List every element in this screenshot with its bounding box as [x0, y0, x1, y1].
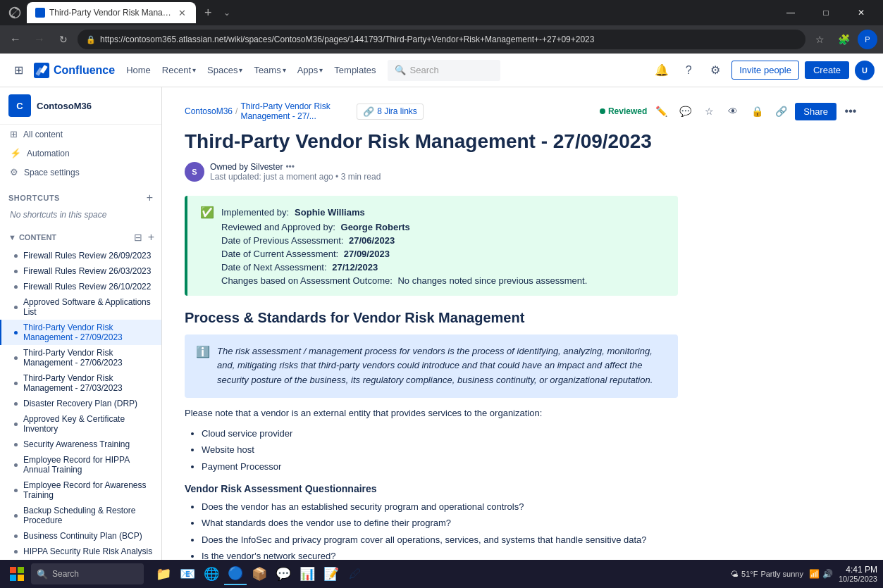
- content-filter-icon[interactable]: ⊟: [132, 230, 144, 244]
- invite-people-button[interactable]: Invite people: [731, 61, 799, 80]
- start-button[interactable]: [6, 563, 28, 585]
- sidebar-page-firewall-1[interactable]: Firewall Rules Review 26/09/2023: [0, 248, 161, 263]
- sidebar-page-firewall-3[interactable]: Firewall Rules Review 26/10/2022: [0, 279, 161, 294]
- next-assessment-row: Date of Next Assessment: 27/12/2023: [200, 262, 665, 273]
- nav-templates[interactable]: Templates: [328, 61, 381, 80]
- user-avatar[interactable]: U: [855, 61, 875, 80]
- nav-recent[interactable]: Recent ▾: [156, 61, 202, 80]
- breadcrumb-space-link[interactable]: ContosoM36: [185, 106, 233, 116]
- help-icon[interactable]: ?: [678, 60, 699, 81]
- tab-close-icon[interactable]: ✕: [177, 6, 187, 20]
- meta-dots[interactable]: •••: [285, 162, 295, 172]
- copy-link-button[interactable]: 🔗: [771, 101, 791, 121]
- svg-rect-2: [18, 567, 24, 573]
- sidebar-all-content[interactable]: ⊞ All content: [0, 125, 161, 144]
- jira-links-button[interactable]: 🔗 8 Jira links: [357, 104, 424, 120]
- sidebar-page-security-training[interactable]: Security Awareness Training: [0, 437, 161, 452]
- taskbar-search-bar[interactable]: 🔍 Search: [31, 563, 144, 584]
- sidebar-page-vendor-june[interactable]: Third-Party Vendor Risk Management - 27/…: [0, 345, 161, 370]
- last-updated: Last updated: just a moment ago • 3 min …: [210, 172, 381, 182]
- sidebar-page-drp[interactable]: Disaster Recovery Plan (DRP): [0, 396, 161, 411]
- nav-apps[interactable]: Apps ▾: [292, 61, 329, 80]
- volume-icon[interactable]: 🔊: [822, 569, 833, 579]
- address-bar[interactable]: 🔒 https://contosom365.atlassian.net/wiki…: [78, 30, 805, 49]
- create-button[interactable]: Create: [805, 61, 849, 79]
- edit-button[interactable]: ✏️: [651, 101, 671, 121]
- confluence-logo[interactable]: Confluence: [34, 63, 115, 78]
- curr-assessment-date: 27/09/2023: [344, 249, 390, 259]
- star-button[interactable]: ☆: [699, 101, 719, 121]
- content-add-icon[interactable]: +: [147, 230, 156, 245]
- sidebar-page-backup[interactable]: Backup Scheduling & Restore Procedure: [0, 503, 161, 528]
- vendor-type-2: Website host: [202, 442, 860, 458]
- sidebar-page-hippa-annual[interactable]: Employee Record for HIPPA Annual Trainin…: [0, 452, 161, 477]
- sidebar-automation[interactable]: ⚡ Automation: [0, 144, 161, 163]
- sidebar-page-awareness-training[interactable]: Employee Record for Awareness Training: [0, 477, 161, 503]
- tab-title: Third-Party Vendor Risk Manag...: [49, 8, 173, 18]
- restrict-button[interactable]: 🔒: [747, 101, 767, 121]
- settings-icon[interactable]: ⚙: [705, 60, 726, 81]
- sidebar-page-bcp[interactable]: Business Continuity Plan (BCP): [0, 528, 161, 544]
- wifi-icon[interactable]: 📶: [809, 569, 820, 579]
- taskbar-app-1[interactable]: 📁: [152, 563, 175, 585]
- sidebar-page-key-cert[interactable]: Approved Key & Certificate Inventory: [0, 411, 161, 437]
- nav-teams[interactable]: Teams ▾: [248, 61, 291, 80]
- sidebar-page-hippa-analysis[interactable]: HIPPA Security Rule Risk Analysis: [0, 544, 161, 559]
- taskbar-app-2[interactable]: 📧: [176, 563, 199, 585]
- breadcrumb-bar: ContosoM36 / Third-Party Vendor Risk Man…: [185, 101, 860, 121]
- taskbar-app-6[interactable]: 💬: [272, 563, 295, 585]
- breadcrumb-page-link[interactable]: Third-Party Vendor Risk Management - 27/…: [240, 101, 352, 121]
- apps-grid-icon[interactable]: ⊞: [8, 61, 28, 80]
- q-item-2: What standards does the vendor use to de…: [202, 515, 860, 531]
- watch-button[interactable]: 👁: [723, 101, 743, 121]
- weather-icon: 🌤: [731, 570, 739, 578]
- taskbar-app-3[interactable]: 🌐: [200, 563, 223, 585]
- search-bar[interactable]: 🔍 Search: [388, 60, 500, 81]
- nav-back-button[interactable]: ←: [6, 30, 25, 49]
- breadcrumb: ContosoM36 / Third-Party Vendor Risk Man…: [185, 101, 352, 121]
- sidebar-page-vendor-active[interactable]: Third-Party Vendor Risk Management - 27/…: [0, 320, 161, 345]
- nav-home[interactable]: Home: [121, 61, 156, 80]
- page-meta: S Owned by Silvester ••• Last updated: j…: [185, 162, 860, 182]
- jira-links-count: 8 Jira links: [377, 106, 417, 116]
- shortcuts-label: SHORTCUTS: [8, 194, 60, 202]
- next-assessment-label: Date of Next Assessment:: [221, 262, 327, 273]
- all-content-icon: ⊞: [10, 129, 18, 139]
- window-maximize[interactable]: □: [810, 0, 842, 25]
- add-shortcut-button[interactable]: +: [147, 192, 153, 204]
- sidebar-page-vendor-march[interactable]: Third-Party Vendor Risk Management - 27/…: [0, 370, 161, 396]
- app-container: ⊞ Confluence Home Recent ▾ Spaces ▾ Team…: [0, 54, 883, 560]
- confluence-logo-icon: [34, 63, 49, 78]
- bookmark-star-icon[interactable]: ☆: [810, 30, 829, 49]
- browser-tab-active[interactable]: Third-Party Vendor Risk Manag... ✕: [27, 2, 196, 23]
- browser-extension-icon[interactable]: 🧩: [834, 30, 853, 49]
- taskbar-chrome-active[interactable]: 🔵: [224, 563, 247, 585]
- taskbar-app-7[interactable]: 📊: [296, 563, 319, 585]
- reviewed-by-value: George Roberts: [341, 222, 410, 232]
- content-toggle-icon[interactable]: ▼: [8, 233, 16, 242]
- automation-label: Automation: [27, 149, 70, 158]
- sidebar: C ContosoM36 ⊞ All content ⚡ Automation …: [0, 87, 162, 560]
- sidebar-page-firewall-2[interactable]: Firewall Rules Review 26/03/2023: [0, 263, 161, 279]
- nav-refresh-button[interactable]: ↻: [54, 30, 73, 49]
- taskbar-app-9[interactable]: 🖊: [344, 563, 366, 585]
- sidebar-space-header[interactable]: C ContosoM36: [0, 87, 161, 125]
- nav-forward-button[interactable]: →: [30, 30, 49, 49]
- tab-add-button[interactable]: +: [199, 6, 218, 20]
- comment-button[interactable]: 💬: [675, 101, 695, 121]
- sidebar-page-approved-software[interactable]: Approved Software & Applications List: [0, 294, 161, 320]
- tab-list-button[interactable]: ⌄: [221, 8, 233, 18]
- q-item-1: Does the vendor has an established secur…: [202, 499, 860, 515]
- taskbar-app-8[interactable]: 📝: [320, 563, 342, 585]
- browser-profile-icon[interactable]: P: [858, 30, 877, 49]
- taskbar: 🔍 Search 📁 📧 🌐 🔵 📦 💬 📊 📝 🖊 🌤 51°F Partly…: [0, 560, 883, 588]
- nav-spaces[interactable]: Spaces ▾: [202, 61, 248, 80]
- sidebar-space-settings[interactable]: ⚙ Space settings: [0, 163, 161, 182]
- window-close[interactable]: ✕: [845, 0, 877, 25]
- notifications-icon[interactable]: 🔔: [651, 60, 672, 81]
- taskbar-app-5[interactable]: 📦: [248, 563, 271, 585]
- share-button[interactable]: Share: [795, 103, 836, 120]
- window-minimize[interactable]: —: [774, 0, 807, 25]
- curr-assessment-label: Date of Current Assessment:: [221, 249, 338, 259]
- more-actions-button[interactable]: •••: [841, 101, 860, 121]
